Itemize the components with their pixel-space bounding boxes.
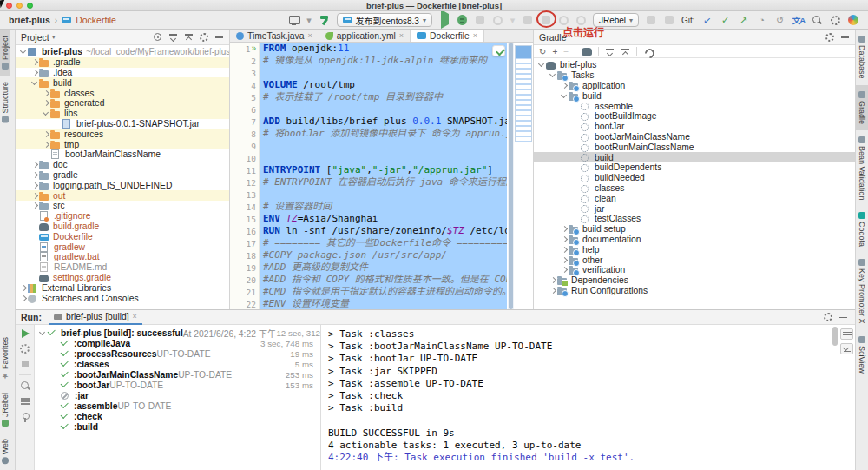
stop-process-button[interactable]: [20, 359, 30, 369]
project-tree-item[interactable]: bootJarMainClassName: [16, 149, 229, 160]
codota-button[interactable]: [848, 15, 858, 25]
chevron-right-icon[interactable]: [42, 129, 50, 138]
build-result-item[interactable]: :bootJarMainClassName UP-TO-DATE253 ms: [35, 369, 320, 380]
chevron-right-icon[interactable]: [42, 140, 50, 149]
coverage-button[interactable]: [476, 16, 484, 24]
hide-run-panel-button[interactable]: [838, 313, 848, 322]
gradle-task-item[interactable]: assemble: [534, 101, 855, 111]
gradle-task-item[interactable]: help: [534, 244, 855, 255]
editor-scrollbar-thumb[interactable]: [509, 43, 513, 309]
chevron-down-icon[interactable]: [30, 78, 39, 87]
run-filter-button[interactable]: [20, 344, 30, 354]
chevron-right-icon[interactable]: [30, 68, 39, 76]
gradle-task-item[interactable]: documentation: [534, 235, 855, 245]
project-tree-item[interactable]: classes: [16, 88, 229, 98]
toggle-view-button[interactable]: [20, 396, 30, 407]
project-tree-item[interactable]: .gitignore: [16, 211, 229, 222]
project-tree-item[interactable]: resources: [16, 129, 229, 139]
deployment-config-icon[interactable]: [288, 14, 300, 26]
project-tree-item[interactable]: src: [16, 201, 229, 211]
chevron-right-icon[interactable]: [30, 170, 39, 179]
project-tree-item[interactable]: .gradle: [16, 57, 229, 68]
editor-tab-application-yml[interactable]: application.yml×: [319, 30, 411, 42]
capture-snapshot-button[interactable]: [559, 16, 569, 25]
build-console[interactable]: > Task :classes> Task :bootJarMainClassN…: [321, 325, 855, 470]
gradle-task-item[interactable]: build setup: [534, 224, 855, 235]
build-result-item[interactable]: :processResources UP-TO-DATE19 ms: [35, 348, 320, 359]
run-with-coverage-button[interactable]: [523, 16, 532, 24]
project-tree-item[interactable]: gradlew.bat: [16, 252, 229, 262]
project-tree-item[interactable]: Dockerfile: [16, 231, 229, 242]
run-line-icon[interactable]: »: [251, 44, 256, 53]
search-output-button[interactable]: [20, 381, 30, 391]
project-tree-item[interactable]: settings.gradle: [16, 273, 229, 283]
gradle-task-item[interactable]: bootJarMainClassName: [534, 132, 855, 142]
gradle-task-item[interactable]: verification: [534, 265, 855, 275]
gradle-task-item[interactable]: brief-plus: [534, 60, 855, 70]
chevron-down-icon[interactable]: [537, 61, 546, 70]
gradle-task-item[interactable]: classes: [534, 183, 855, 194]
project-tree-item[interactable]: tmp: [16, 139, 229, 149]
project-tree-item[interactable]: logging.path_IS_UNDEFINED: [16, 180, 229, 190]
scroll-to-end-button[interactable]: [840, 343, 853, 354]
chevron-right-icon[interactable]: [560, 235, 569, 243]
editor-tab-timetask-java[interactable]: TimeTask.java×: [230, 30, 319, 42]
run-tab[interactable]: brief-plus [build] ×: [49, 310, 142, 325]
chevron-right-icon[interactable]: [42, 99, 50, 108]
pin-tab-button[interactable]: [20, 412, 30, 422]
gradle-task-item[interactable]: buildNeeded: [534, 173, 855, 183]
project-tree-item[interactable]: gradle: [16, 170, 229, 181]
tool-strip-item-sciview[interactable]: SciView: [856, 330, 868, 380]
inspections-ok-icon[interactable]: [492, 45, 505, 56]
run-button[interactable]: [438, 14, 450, 26]
chevron-down-icon[interactable]: [560, 91, 569, 100]
tool-strip-item-project[interactable]: Project: [0, 30, 10, 76]
project-tree-item[interactable]: README.md: [16, 262, 229, 273]
breadcrumb-file[interactable]: Dockerfile: [76, 15, 116, 25]
gradle-task-item[interactable]: testClasses: [534, 214, 855, 224]
gradle-refresh-button[interactable]: ↻: [539, 46, 546, 57]
rerun-build-button[interactable]: [20, 328, 30, 339]
history-button[interactable]: ◔: [756, 14, 768, 26]
editor-body[interactable]: 1»2345678910111213141516171819202122 FRO…: [230, 43, 533, 309]
chevron-down-icon[interactable]: [38, 328, 47, 337]
run-settings-icon[interactable]: [824, 313, 832, 321]
project-tree-item[interactable]: Scratches and Consoles: [16, 293, 229, 303]
chevron-right-icon[interactable]: [30, 58, 39, 67]
project-settings-icon[interactable]: [200, 33, 208, 42]
close-icon[interactable]: ×: [133, 312, 137, 321]
chevron-right-icon[interactable]: [30, 161, 39, 169]
gradle-task-item[interactable]: Run Configurations: [534, 286, 855, 296]
chevron-right-icon[interactable]: [549, 286, 557, 295]
debug-button[interactable]: [457, 15, 467, 25]
build-result-item[interactable]: :compileJava3 sec, 748 ms: [35, 338, 320, 348]
gradle-expand-all-button[interactable]: [605, 47, 615, 56]
project-tree-item[interactable]: gradlew: [16, 242, 229, 252]
project-tree-item[interactable]: out: [16, 190, 229, 201]
soft-wrap-button[interactable]: [840, 328, 853, 340]
deployment-dropdown-icon[interactable]: ▾: [306, 14, 312, 26]
tool-strip-item-gradle[interactable]: Gradle: [856, 85, 868, 130]
rollback-button[interactable]: ↺: [774, 14, 786, 26]
gradle-detach-button[interactable]: −: [563, 46, 569, 57]
execute-gradle-task-button[interactable]: [582, 48, 592, 56]
tool-strip-item-structure[interactable]: Structure: [0, 76, 10, 129]
search-everywhere-button[interactable]: [811, 14, 823, 26]
hide-gradle-panel-button[interactable]: [840, 32, 850, 42]
git-commit-button[interactable]: ✓: [720, 14, 732, 26]
jrebel-run-button[interactable]: [647, 16, 655, 24]
gradle-task-item[interactable]: clean: [534, 193, 855, 203]
project-tree-item[interactable]: libs: [16, 109, 229, 119]
chevron-down-icon[interactable]: [42, 109, 50, 118]
git-push-button[interactable]: ↗: [738, 14, 750, 26]
close-icon[interactable]: ×: [307, 31, 312, 40]
gradle-task-item[interactable]: Dependencies: [534, 275, 855, 286]
breadcrumb-project[interactable]: brief-plus: [9, 15, 50, 25]
tool-strip-item-codota[interactable]: Codota: [856, 206, 868, 253]
hide-panel-button[interactable]: [214, 32, 224, 42]
editor-code-area[interactable]: FROM openjdk:11# 镜像是从 openjdk:11-jdk-alp…: [260, 43, 507, 309]
chevron-right-icon[interactable]: [19, 294, 28, 302]
build-project-button[interactable]: [319, 14, 331, 26]
gradle-task-item[interactable]: buildDependents: [534, 162, 855, 173]
build-result-item[interactable]: :check: [35, 411, 320, 421]
